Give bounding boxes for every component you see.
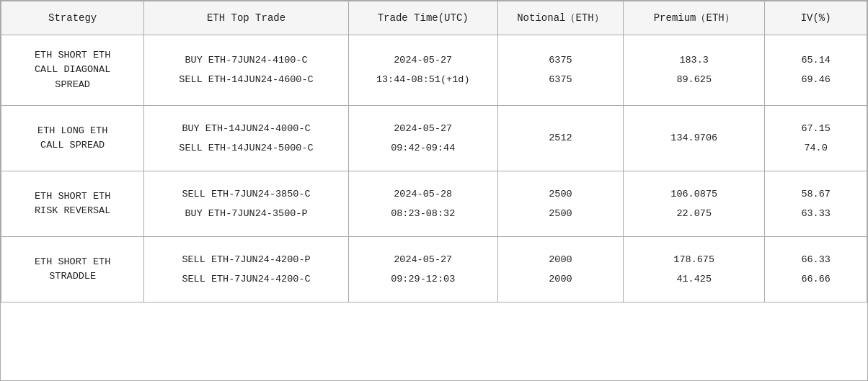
strategy-cell: ETH SHORT ETHRISK REVERSAL xyxy=(1,171,144,236)
header-iv: IV(%) xyxy=(765,1,867,35)
premium-cell: 134.9706 xyxy=(624,105,765,171)
notional-cell: 2512 xyxy=(497,105,623,171)
header-premium: Premium（ETH） xyxy=(624,1,765,35)
header-trade-time: Trade Time(UTC) xyxy=(348,1,497,35)
strategy-cell: ETH SHORT ETHCALL DIAGONALSPREAD xyxy=(1,35,144,106)
trade-cell: BUY ETH-14JUN24-4000-CSELL ETH-14JUN24-5… xyxy=(144,105,348,171)
header-eth-top-trade: ETH Top Trade xyxy=(144,1,348,35)
premium-cell: 178.67541.425 xyxy=(624,236,765,302)
header-row: Strategy ETH Top Trade Trade Time(UTC) N… xyxy=(1,1,867,35)
trade-cell: BUY ETH-7JUN24-4100-CSELL ETH-14JUN24-46… xyxy=(144,35,348,106)
strategy-cell: ETH SHORT ETHSTRADDLE xyxy=(1,236,144,302)
table-row: ETH SHORT ETHRISK REVERSALSELL ETH-7JUN2… xyxy=(1,171,867,236)
iv-cell: 67.1574.0 xyxy=(765,105,867,171)
strategy-cell: ETH LONG ETHCALL SPREAD xyxy=(1,105,144,171)
time-cell: 2024-05-2808:23-08:32 xyxy=(348,171,497,236)
premium-cell: 106.087522.075 xyxy=(624,171,765,236)
time-cell: 2024-05-2709:42-09:44 xyxy=(348,105,497,171)
iv-cell: 58.6763.33 xyxy=(765,171,867,236)
trade-cell: SELL ETH-7JUN24-4200-PSELL ETH-7JUN24-42… xyxy=(144,236,348,302)
time-cell: 2024-05-2709:29-12:03 xyxy=(348,236,497,302)
header-notional: Notional（ETH） xyxy=(497,1,623,35)
trade-cell: SELL ETH-7JUN24-3850-CBUY ETH-7JUN24-350… xyxy=(144,171,348,236)
table-row: ETH SHORT ETHSTRADDLESELL ETH-7JUN24-420… xyxy=(1,236,867,302)
table-row: ETH SHORT ETHCALL DIAGONALSPREADBUY ETH-… xyxy=(1,35,867,106)
trading-table: Strategy ETH Top Trade Trade Time(UTC) N… xyxy=(1,1,867,302)
time-cell: 2024-05-2713:44-08:51(+1d) xyxy=(348,35,497,106)
header-strategy: Strategy xyxy=(1,1,144,35)
iv-cell: 66.3366.66 xyxy=(765,236,867,302)
iv-cell: 65.1469.46 xyxy=(765,35,867,106)
notional-cell: 63756375 xyxy=(497,35,623,106)
notional-cell: 25002500 xyxy=(497,171,623,236)
notional-cell: 20002000 xyxy=(497,236,623,302)
main-table-container: Strategy ETH Top Trade Trade Time(UTC) N… xyxy=(0,0,868,381)
table-row: ETH LONG ETHCALL SPREADBUY ETH-14JUN24-4… xyxy=(1,105,867,171)
premium-cell: 183.389.625 xyxy=(624,35,765,106)
